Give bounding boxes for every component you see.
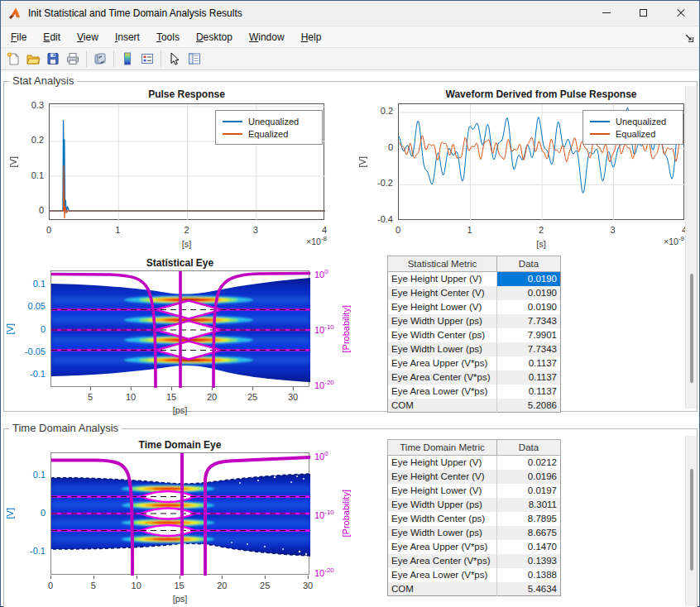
table-header[interactable]: Time Domain Metric xyxy=(388,440,497,456)
scrollbar-thumb[interactable] xyxy=(690,469,693,571)
td-eye-ylabel: [V] xyxy=(4,452,16,575)
link-plot-icon xyxy=(93,51,108,66)
table-cell[interactable]: Eye Width Center (ps) xyxy=(388,328,497,342)
table-cell[interactable]: 7.7343 xyxy=(497,342,561,356)
stat-panel-scrollbar[interactable] xyxy=(685,86,697,409)
insert-legend-button[interactable] xyxy=(137,50,157,69)
time-domain-eye-plot[interactable] xyxy=(50,452,309,575)
table-cell[interactable]: 5.4634 xyxy=(497,582,561,596)
titlebar[interactable]: Init Statistical and Time Domain Analysi… xyxy=(1,1,699,26)
table-header[interactable]: Data xyxy=(497,256,561,272)
table-cell[interactable]: Eye Height Center (V) xyxy=(388,286,497,300)
table-cell[interactable]: Eye Height Upper (V) xyxy=(388,456,497,470)
table-cell[interactable]: Eye Height Upper (V) xyxy=(388,272,497,286)
table-cell[interactable]: 0.0196 xyxy=(497,470,561,484)
tick-label: 0 xyxy=(16,324,46,335)
table-cell[interactable]: Eye Area Upper (V*ps) xyxy=(388,356,497,370)
matlab-app-icon xyxy=(8,7,22,20)
waveform-legend[interactable]: Unequalized Equalized xyxy=(583,110,683,145)
table-cell[interactable]: Eye Width Lower (ps) xyxy=(388,342,497,356)
table-cell[interactable]: 0.1393 xyxy=(497,554,561,568)
minimize-icon xyxy=(602,12,611,13)
close-button[interactable] xyxy=(662,1,699,25)
unequalized-line-swatch xyxy=(223,121,242,122)
table-row: Eye Height Center (V)0.0196 xyxy=(388,470,561,484)
table-cell[interactable]: 0.1137 xyxy=(497,356,561,370)
save-figure-button[interactable] xyxy=(43,50,63,69)
property-inspector-button[interactable] xyxy=(185,50,204,69)
stat-eye-yticks: 0.10.050-0.05-0.1 xyxy=(16,279,46,380)
td-panel-scrollbar[interactable] xyxy=(685,436,697,606)
maximize-button[interactable] xyxy=(625,1,662,25)
table-cell[interactable]: Eye Area Center (V*ps) xyxy=(388,554,497,568)
table-cell[interactable]: 0.1137 xyxy=(497,370,561,385)
stat-panel-title: Stat Analysis xyxy=(9,74,77,87)
edit-plot-button[interactable] xyxy=(165,50,185,69)
table-cell[interactable]: 0.0190 xyxy=(497,300,561,314)
tick-label: 30 xyxy=(303,581,313,590)
minimize-button[interactable] xyxy=(587,1,625,25)
table-cell[interactable]: 8.6675 xyxy=(497,526,561,540)
table-cell[interactable]: 0.1388 xyxy=(497,568,561,582)
table-row: Eye Width Center (ps)7.9901 xyxy=(388,328,561,342)
table-row: Eye Width Center (ps)8.7895 xyxy=(388,512,561,526)
figure-toolbar xyxy=(1,48,699,70)
table-cell[interactable]: 0.0190 xyxy=(497,272,561,286)
table-cell[interactable]: 5.2086 xyxy=(497,399,561,413)
open-file-button[interactable] xyxy=(23,50,43,69)
statistical-eye-plot[interactable] xyxy=(50,270,309,387)
save-floppy-icon xyxy=(46,51,60,66)
menu-edit[interactable]: Edit xyxy=(35,27,69,47)
table-cell[interactable]: 0.1470 xyxy=(497,540,561,554)
table-cell[interactable]: 0.0197 xyxy=(497,484,561,498)
table-cell[interactable]: Eye Area Upper (V*ps) xyxy=(388,540,497,554)
table-cell[interactable]: 8.7895 xyxy=(497,512,561,526)
table-cell[interactable]: Eye Width Upper (ps) xyxy=(388,314,497,328)
window-title: Init Statistical and Time Domain Analysi… xyxy=(28,7,242,19)
scrollbar-thumb[interactable] xyxy=(690,274,693,383)
new-figure-button[interactable] xyxy=(3,50,23,69)
dock-arrow-icon[interactable] xyxy=(684,33,694,43)
menu-tools[interactable]: Tools xyxy=(148,27,188,47)
link-plot-button[interactable] xyxy=(90,50,110,69)
print-figure-button[interactable] xyxy=(63,50,83,69)
table-cell[interactable]: Eye Area Lower (V*ps) xyxy=(388,568,497,582)
insert-colorbar-button[interactable] xyxy=(117,50,137,69)
menu-insert[interactable]: Insert xyxy=(107,27,148,47)
table-cell[interactable]: Eye Width Upper (ps) xyxy=(388,498,497,512)
statistical-eye-canvas xyxy=(51,271,310,388)
table-header[interactable]: Data xyxy=(497,440,561,456)
table-cell[interactable]: 8.3011 xyxy=(497,498,561,512)
table-cell[interactable]: Eye Area Center (V*ps) xyxy=(388,370,497,385)
menu-window[interactable]: Window xyxy=(241,27,293,47)
table-cell[interactable]: Eye Width Lower (ps) xyxy=(388,526,497,540)
table-cell[interactable]: 7.7343 xyxy=(497,314,561,328)
table-cell[interactable]: Eye Height Lower (V) xyxy=(388,484,497,498)
table-cell[interactable]: 0.0212 xyxy=(497,456,561,470)
pointer-arrow-icon xyxy=(167,51,182,66)
table-cell[interactable]: COM xyxy=(388,399,497,413)
table-cell[interactable]: Eye Height Center (V) xyxy=(388,470,497,484)
menu-desktop[interactable]: Desktop xyxy=(188,27,241,47)
table-cell[interactable]: 7.9901 xyxy=(497,328,561,342)
table-cell[interactable]: Eye Area Lower (V*ps) xyxy=(388,385,497,399)
tick-label: 4 xyxy=(322,225,327,235)
pulse-response-title: Pulse Response xyxy=(49,88,324,100)
legend-label: Equalized xyxy=(248,129,288,139)
table-row: Eye Width Upper (ps)7.7343 xyxy=(388,314,561,328)
tick-label: -0.05 xyxy=(16,347,46,357)
table-header[interactable]: Statistical Metric xyxy=(388,256,497,272)
equalized-line-swatch xyxy=(223,133,242,135)
table-cell[interactable]: COM xyxy=(388,582,497,596)
table-cell[interactable]: 0.0190 xyxy=(497,286,561,300)
menu-help[interactable]: Help xyxy=(293,27,330,47)
tick-label: 0 xyxy=(19,205,44,216)
menu-file[interactable]: File xyxy=(2,27,35,47)
table-cell[interactable]: 0.1137 xyxy=(497,385,561,399)
table-row: Eye Area Upper (V*ps)0.1470 xyxy=(388,540,561,554)
table-cell[interactable]: Eye Width Center (ps) xyxy=(388,512,497,526)
pulse-legend[interactable]: Unequalized Equalized xyxy=(215,110,323,145)
legend-label: Equalized xyxy=(616,129,655,139)
table-cell[interactable]: Eye Height Lower (V) xyxy=(388,300,497,314)
menu-view[interactable]: View xyxy=(69,27,107,47)
